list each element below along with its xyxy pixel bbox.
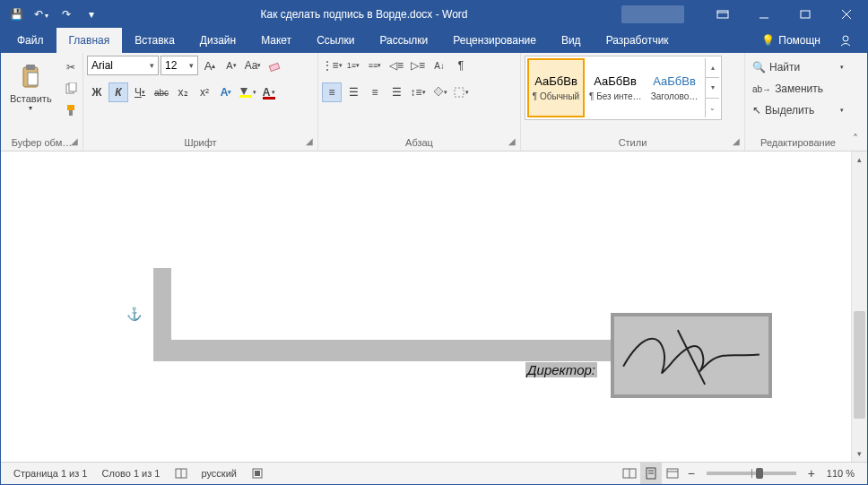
- text-effects-button[interactable]: A▾: [216, 82, 236, 102]
- tab-developer[interactable]: Разработчик: [594, 28, 681, 53]
- collapse-ribbon-button[interactable]: ˄: [847, 133, 864, 149]
- tab-layout[interactable]: Макет: [248, 28, 304, 53]
- close-button[interactable]: [826, 1, 867, 28]
- bullets-button[interactable]: ⋮≡▾: [322, 56, 342, 75]
- web-layout-button[interactable]: [662, 463, 683, 484]
- group-paragraph: ⋮≡▾ 1≡▾ ≡≡▾ ◁≡ ▷≡ A↓ ¶ ≡ ☰ ≡ ☰ ↕≡▾ ▾ ▾: [318, 53, 521, 151]
- print-layout-button[interactable]: [640, 463, 662, 484]
- close-icon: [841, 9, 852, 20]
- tab-review[interactable]: Рецензирование: [440, 28, 549, 53]
- gallery-more-button[interactable]: ⌄: [706, 99, 719, 117]
- align-center-button[interactable]: ☰: [343, 82, 363, 102]
- tab-design[interactable]: Дизайн: [187, 28, 248, 53]
- grow-font-button[interactable]: A▴: [200, 56, 220, 75]
- align-center-icon: ☰: [349, 86, 359, 99]
- subscript-button[interactable]: x₂: [173, 82, 193, 102]
- ribbon-display-button[interactable]: [702, 1, 743, 28]
- tab-view[interactable]: Вид: [549, 28, 594, 53]
- font-family-combo[interactable]: Arial▾: [87, 56, 159, 75]
- superscript-button[interactable]: x²: [195, 82, 214, 102]
- align-left-button[interactable]: ≡: [322, 82, 342, 102]
- font-dialog-launcher[interactable]: ◢: [303, 136, 316, 149]
- zoom-tick: [751, 469, 752, 478]
- undo-button[interactable]: ↶: [30, 3, 53, 26]
- bold-button[interactable]: Ж: [87, 82, 107, 102]
- shading-button[interactable]: ▾: [430, 82, 449, 102]
- font-size-combo[interactable]: 12▾: [161, 56, 198, 75]
- tab-insert[interactable]: Вставка: [122, 28, 187, 53]
- show-marks-button[interactable]: ¶: [451, 56, 471, 75]
- maximize-button[interactable]: [785, 1, 826, 28]
- gallery-down-button[interactable]: ▾: [706, 78, 719, 98]
- zoom-in-button[interactable]: +: [803, 466, 820, 481]
- paragraph-dialog-launcher[interactable]: ◢: [506, 136, 518, 149]
- zoom-slider[interactable]: [707, 472, 796, 475]
- cut-button[interactable]: ✂: [61, 57, 81, 77]
- bullets-icon: ⋮≡: [322, 59, 339, 72]
- format-painter-button[interactable]: [61, 100, 81, 120]
- page-indicator[interactable]: Страница 1 из 1: [6, 463, 94, 484]
- find-button[interactable]: 🔍 Найти▾: [749, 57, 847, 77]
- tell-me-button[interactable]: 💡 Помощн: [754, 34, 828, 47]
- clipboard-dialog-launcher[interactable]: ◢: [68, 136, 81, 149]
- language-button[interactable]: русский: [195, 463, 244, 484]
- highlight-button[interactable]: ▾: [238, 82, 257, 102]
- zoom-knob[interactable]: [756, 468, 763, 479]
- font-color-button[interactable]: A ▾: [259, 82, 279, 102]
- web-layout-icon: [666, 467, 679, 480]
- group-clipboard: Вставить ▾ ✂ Буфер обм… ◢: [1, 53, 83, 151]
- word-count[interactable]: Слово 1 из 1: [94, 463, 167, 484]
- multilevel-button[interactable]: ≡≡▾: [365, 56, 385, 75]
- zoom-level[interactable]: 110 %: [820, 463, 862, 484]
- underline-button[interactable]: Ч▾: [130, 82, 150, 102]
- tab-home[interactable]: Главная: [56, 28, 123, 53]
- tab-references[interactable]: Ссылки: [304, 28, 367, 53]
- line-spacing-button[interactable]: ↕≡▾: [408, 82, 428, 102]
- scroll-up-button[interactable]: ▴: [852, 152, 867, 168]
- copy-button[interactable]: [61, 79, 81, 99]
- style-normal[interactable]: АаБбВв ¶ Обычный: [527, 58, 585, 117]
- style-heading1[interactable]: АаБбВв Заголово…: [646, 58, 703, 117]
- align-right-button[interactable]: ≡: [365, 82, 385, 102]
- redo-button[interactable]: ↷: [55, 3, 78, 26]
- vertical-scrollbar[interactable]: ▴ ▾: [851, 152, 867, 462]
- find-label: Найти: [769, 61, 800, 74]
- paste-button[interactable]: Вставить ▾: [4, 56, 57, 118]
- justify-button[interactable]: ☰: [386, 82, 406, 102]
- style-name: ¶ Без инте…: [589, 91, 641, 101]
- decrease-indent-button[interactable]: ◁≡: [386, 56, 406, 75]
- spell-check-button[interactable]: [168, 463, 195, 484]
- styles-gallery[interactable]: АаБбВв ¶ Обычный АаБбВв ¶ Без инте… АаБб…: [525, 56, 722, 120]
- save-button[interactable]: 💾: [4, 3, 28, 26]
- style-no-spacing[interactable]: АаБбВв ¶ Без инте…: [586, 58, 644, 117]
- italic-button[interactable]: К: [108, 82, 128, 102]
- share-button[interactable]: [831, 33, 860, 48]
- clear-formatting-button[interactable]: [265, 56, 284, 75]
- account-indicator[interactable]: [621, 5, 684, 23]
- signature-image[interactable]: [611, 313, 772, 398]
- scroll-thumb[interactable]: [854, 311, 865, 419]
- qat-customize-button[interactable]: ▾: [80, 3, 103, 26]
- tab-mailings[interactable]: Рассылки: [367, 28, 440, 53]
- select-button[interactable]: ↖ Выделить▾: [749, 100, 847, 120]
- sort-button[interactable]: A↓: [430, 56, 449, 75]
- strikethrough-button[interactable]: abc: [152, 82, 171, 102]
- borders-button[interactable]: ▾: [451, 82, 471, 102]
- line-spacing-icon: ↕≡: [410, 86, 421, 99]
- minimize-button[interactable]: [743, 1, 785, 28]
- numbering-button[interactable]: 1≡▾: [343, 56, 363, 75]
- scroll-down-button[interactable]: ▾: [852, 446, 867, 462]
- tab-file[interactable]: Файл: [4, 28, 56, 53]
- shrink-font-button[interactable]: A▾: [221, 56, 241, 75]
- macro-button[interactable]: [244, 463, 271, 484]
- gallery-up-button[interactable]: ▴: [706, 58, 719, 78]
- document-area[interactable]: ⚓ Директор:: [1, 152, 851, 462]
- styles-dialog-launcher[interactable]: ◢: [730, 136, 742, 149]
- anchor-icon: ⚓: [126, 307, 142, 321]
- increase-indent-button[interactable]: ▷≡: [408, 56, 428, 75]
- highlight-icon: [239, 86, 253, 99]
- change-case-button[interactable]: Aa▾: [243, 56, 263, 75]
- replace-button[interactable]: ab→ Заменить: [749, 79, 847, 99]
- zoom-out-button[interactable]: −: [683, 466, 699, 481]
- read-mode-button[interactable]: [619, 463, 640, 484]
